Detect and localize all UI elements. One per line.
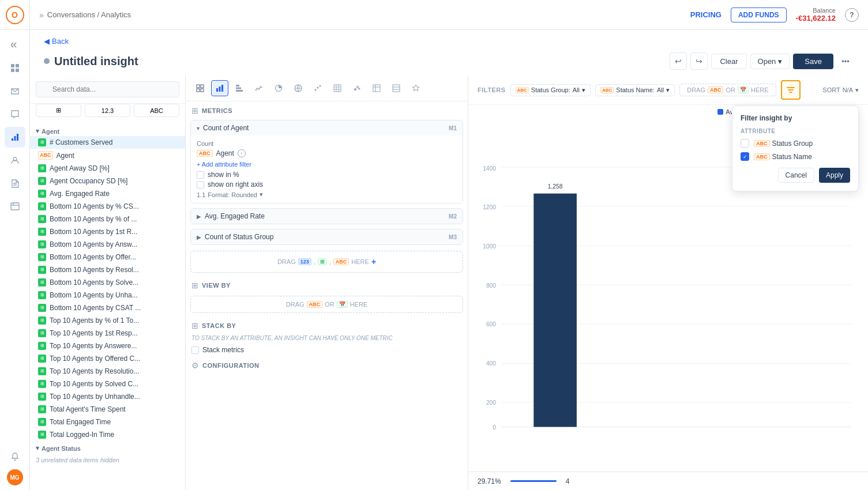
- list-item[interactable]: ⊞ Top 10 Agents by Offered C...: [30, 352, 185, 365]
- type-btn-num[interactable]: 12.3: [85, 104, 130, 117]
- list-item[interactable]: ⊞ Top 10 Agents by Answere...: [30, 340, 185, 352]
- list-item[interactable]: ⊞ Avg. Engaged Rate: [30, 187, 185, 200]
- list-item[interactable]: ⊞ Bottom 10 Agents by Answ...: [30, 238, 185, 251]
- type-btn-grid[interactable]: ⊞: [36, 104, 81, 117]
- drop-comma2: ,: [329, 258, 331, 265]
- nav-item-reports[interactable]: [5, 173, 25, 194]
- popup-status-group-text: Status Group: [772, 140, 813, 148]
- list-item[interactable]: ⊞ Top 10 Agents by 1st Resp...: [30, 327, 185, 340]
- viz-btn-bar[interactable]: [211, 80, 228, 96]
- nav-item-settings2[interactable]: [5, 196, 25, 217]
- filter-chip-status-group[interactable]: ABC Status Group: All ▾: [510, 84, 591, 96]
- clear-button[interactable]: Clear: [711, 54, 746, 69]
- filter-drop-area[interactable]: DRAG ABC OR 📅 HERE: [679, 84, 776, 96]
- info-icon[interactable]: i: [238, 149, 246, 157]
- filter-chip-status-name[interactable]: ABC Status Name: All ▾: [595, 84, 675, 96]
- list-item[interactable]: ⊞ Top 10 Agents by Solved C...: [30, 378, 185, 390]
- metric-count-agent-header[interactable]: ▾ Count of Agent M1: [191, 120, 463, 135]
- sort-value[interactable]: N/A: [843, 86, 853, 93]
- list-item[interactable]: ⊞ Bottom 10 Agents by Unha...: [30, 289, 185, 301]
- viz-btn-table[interactable]: [191, 80, 209, 96]
- viz-btn-table-v[interactable]: [368, 80, 385, 96]
- filter-insight-button[interactable]: [781, 80, 801, 100]
- collapse-icon[interactable]: »: [39, 10, 44, 20]
- stack-metrics-checkbox[interactable]: [191, 346, 199, 354]
- svg-rect-16: [236, 85, 239, 86]
- undo-button[interactable]: ↩: [670, 52, 687, 70]
- drop-badge-abc: ABC: [333, 258, 350, 265]
- viz-btn-scatter[interactable]: [309, 80, 326, 96]
- add-filter-button[interactable]: + Add attribute filter: [197, 160, 457, 169]
- list-item[interactable]: ⊞ Bottom 10 Agents by Solve...: [30, 276, 185, 289]
- config-section-header[interactable]: ⚙ CONFIGURATION: [186, 356, 468, 372]
- list-item[interactable]: ⊞ Bottom 10 Agents by CSAT ...: [30, 301, 185, 314]
- list-item[interactable]: ⊞ Bottom 10 Agents by % of ...: [30, 213, 185, 225]
- abc-chip-icon: ABC: [516, 87, 529, 93]
- type-btn-abc[interactable]: ABC: [134, 104, 179, 117]
- item-label: Bottom 10 Agents by Answ...: [50, 240, 137, 248]
- list-item[interactable]: ⊞ Top 10 Agents by Unhandle...: [30, 390, 185, 403]
- list-item[interactable]: ⊞ Bottom 10 Agents by Offer...: [30, 251, 185, 263]
- metrics-drop-zone[interactable]: DRAG 123 , ⊞ , ABC HERE +: [190, 251, 463, 273]
- viz-btn-cross[interactable]: [329, 80, 346, 96]
- show-right-axis-checkbox[interactable]: [197, 181, 204, 189]
- data-group-agent[interactable]: ▾ Agent: [30, 124, 185, 136]
- nav-item-inbox[interactable]: [5, 81, 25, 101]
- nav-item-bell[interactable]: [5, 446, 25, 467]
- list-item[interactable]: ⊞ Agent Away SD [%]: [30, 162, 185, 175]
- list-item[interactable]: ⊞ Agent Occupancy SD [%]: [30, 175, 185, 187]
- viz-btn-map[interactable]: [407, 80, 424, 96]
- filter-cancel-button[interactable]: Cancel: [778, 168, 814, 183]
- user-avatar[interactable]: MG: [7, 469, 23, 485]
- format-row[interactable]: 1.1 Format: Rounded ▾: [197, 191, 457, 198]
- add-metric-icon[interactable]: +: [371, 257, 376, 266]
- list-item[interactable]: ⊞ Bottom 10 Agents by 1st R...: [30, 225, 185, 238]
- viz-btn-pie[interactable]: [270, 80, 287, 96]
- metrics-section-header: ⊞ METRICS: [186, 101, 468, 118]
- metric-avg-engaged-header[interactable]: ▶ Avg. Engaged Rate M2: [191, 209, 463, 224]
- nav-item-dashboard[interactable]: [5, 58, 25, 78]
- insight-title-text[interactable]: Untitled insight: [54, 55, 138, 68]
- filter-popup-actions: Cancel Apply: [741, 168, 850, 183]
- search-input[interactable]: [36, 81, 179, 97]
- metric-attr-row: ABC Agent i: [197, 149, 457, 157]
- title-dot: [44, 58, 50, 64]
- metric-count-status-header[interactable]: ▶ Count of Status Group M3: [191, 229, 463, 244]
- back-link[interactable]: ◀ Back: [44, 37, 854, 46]
- item-label: Top 10 Agents by Offered C...: [50, 355, 140, 363]
- show-percent-checkbox[interactable]: [197, 171, 204, 179]
- viewby-drop-zone[interactable]: DRAG ABC OR 📅 HERE: [190, 296, 463, 313]
- list-item[interactable]: ⊞ # Customers Served: [30, 136, 185, 149]
- filter-popup-status-group-cb[interactable]: [741, 139, 749, 148]
- open-button[interactable]: Open ▾: [750, 54, 790, 69]
- list-item[interactable]: ⊞ Total Engaged Time: [30, 416, 185, 428]
- metric-chevron-2: ▶: [197, 213, 201, 220]
- list-item[interactable]: ⊞ Top 10 Agents by % of 1 To...: [30, 314, 185, 327]
- list-item[interactable]: ⊞ Bottom 10 Agents by % CS...: [30, 200, 185, 213]
- viz-btn-table-h[interactable]: [388, 80, 405, 96]
- list-item[interactable]: ABC Agent: [30, 149, 185, 162]
- help-icon[interactable]: ?: [845, 8, 859, 22]
- viz-btn-geo[interactable]: [290, 80, 307, 96]
- data-group-agent-status[interactable]: ▾ Agent Status: [30, 441, 185, 453]
- viz-btn-line[interactable]: [250, 80, 268, 96]
- save-button[interactable]: Save: [793, 54, 833, 69]
- nav-item-chevron[interactable]: [5, 35, 25, 55]
- more-options-button[interactable]: •••: [837, 52, 854, 70]
- list-item[interactable]: ⊞ Total Agent's Time Spent: [30, 403, 185, 416]
- viz-btn-dot3[interactable]: [348, 80, 366, 96]
- nav-item-users[interactable]: [5, 150, 25, 171]
- list-item[interactable]: ⊞ Top 10 Agents by Resolutio...: [30, 365, 185, 378]
- list-item[interactable]: ⊞ Bottom 10 Agents by Resol...: [30, 263, 185, 276]
- nav-item-analytics[interactable]: [5, 127, 25, 148]
- filter-popup-status-name-cb[interactable]: [741, 152, 749, 161]
- grid-icon: ⊞: [38, 431, 46, 439]
- add-funds-button[interactable]: ADD FUNDS: [731, 7, 787, 22]
- pricing-link[interactable]: PRICING: [690, 10, 722, 19]
- redo-button[interactable]: ↪: [690, 52, 708, 70]
- nav-item-chat[interactable]: [5, 104, 25, 125]
- filter-apply-button[interactable]: Apply: [819, 168, 850, 183]
- viz-btn-hbar[interactable]: [231, 80, 248, 96]
- nav-bottom: MG: [5, 442, 25, 490]
- list-item[interactable]: ⊞ Total Logged-In Time: [30, 428, 185, 441]
